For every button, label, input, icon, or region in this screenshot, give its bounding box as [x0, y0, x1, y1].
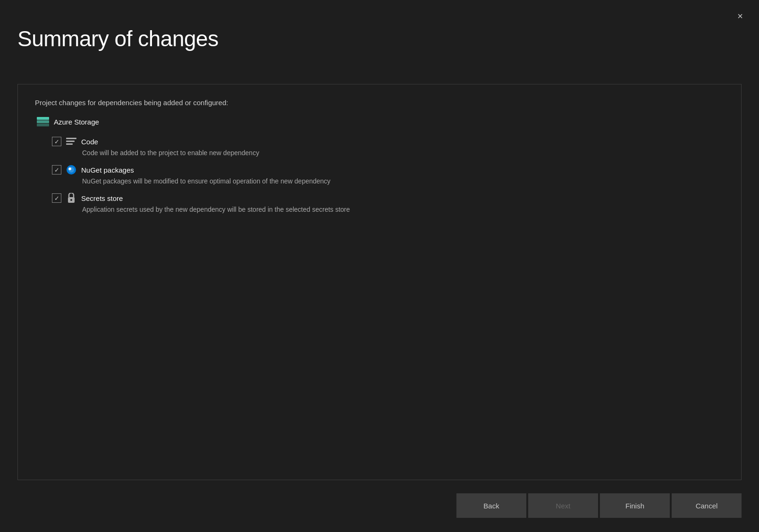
svg-rect-2	[37, 124, 49, 126]
next-button[interactable]: Next	[528, 493, 598, 518]
svg-rect-5	[66, 143, 73, 145]
content-box: Project changes for dependencies being a…	[17, 84, 742, 480]
close-icon: ×	[737, 11, 743, 22]
lock-icon	[66, 193, 76, 203]
svg-rect-3	[66, 138, 76, 139]
code-title: Code	[81, 138, 98, 146]
svg-point-10	[70, 199, 72, 201]
checkmark-icon: ✓	[54, 139, 59, 145]
nuget-title: NuGet packages	[81, 166, 134, 174]
svg-rect-4	[66, 141, 75, 142]
azure-storage-header: Azure Storage	[37, 117, 724, 126]
secrets-title: Secrets store	[81, 194, 123, 202]
code-description: Code will be added to the project to ena…	[82, 149, 724, 157]
secrets-checkbox[interactable]: ✓	[52, 193, 61, 203]
items-list: ✓ Code Code will be added to the project…	[52, 137, 724, 213]
finish-button[interactable]: Finish	[600, 493, 670, 518]
secrets-description: Application secrets used by the new depe…	[82, 206, 724, 213]
nuget-icon	[66, 165, 76, 175]
list-item: ✓ NuGet packages NuGet packages will be …	[52, 165, 724, 185]
cancel-button[interactable]: Cancel	[672, 493, 742, 518]
code-checkbox[interactable]: ✓	[52, 137, 61, 146]
project-changes-label: Project changes for dependencies being a…	[35, 99, 724, 107]
code-icon	[66, 137, 76, 146]
svg-point-8	[68, 167, 71, 170]
svg-rect-1	[37, 120, 49, 123]
nuget-description: NuGet packages will be modified to ensur…	[82, 177, 724, 185]
checkmark-icon: ✓	[54, 167, 59, 173]
footer-buttons: Back Next Finish Cancel	[456, 493, 742, 518]
page-title: Summary of changes	[17, 26, 219, 51]
back-button[interactable]: Back	[456, 493, 526, 518]
close-button[interactable]: ×	[733, 8, 748, 24]
checkmark-icon: ✓	[54, 195, 59, 201]
svg-rect-0	[37, 117, 49, 120]
list-item: ✓ Code Code will be added to the project…	[52, 137, 724, 157]
nuget-checkbox[interactable]: ✓	[52, 165, 61, 175]
azure-storage-icon	[37, 117, 49, 126]
azure-storage-label: Azure Storage	[54, 118, 99, 126]
list-item: ✓ Secrets store Application secrets used…	[52, 193, 724, 213]
